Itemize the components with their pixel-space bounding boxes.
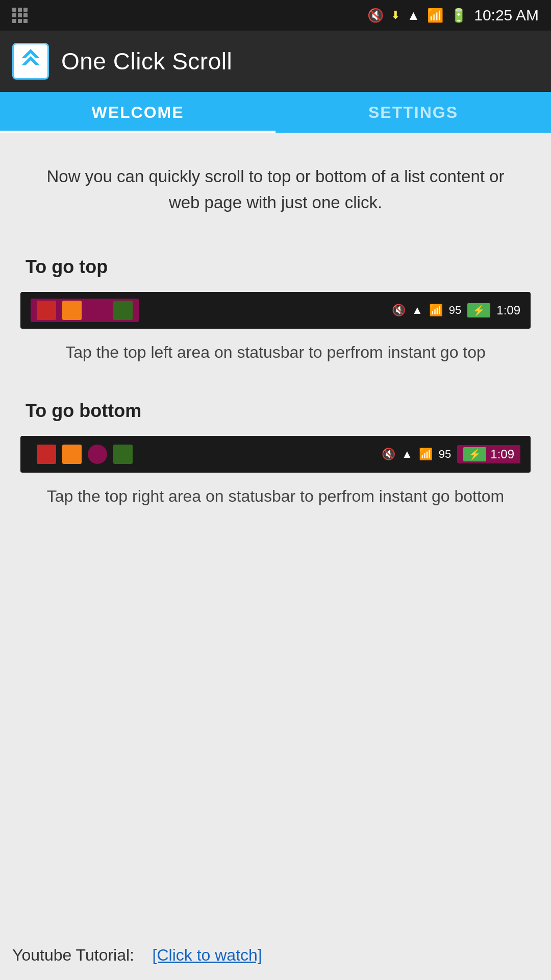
preview-android-icon-b xyxy=(113,445,133,464)
section-go-bottom: To go bottom 🔇 ▲ 📶 95 ⚡ 1:09 xyxy=(20,400,531,508)
preview-battery-num-bottom: 95 xyxy=(439,448,451,461)
battery-icon: 🔋 xyxy=(450,8,467,23)
status-bar-right: 🔇 ⬇ ▲ 📶 🔋 10:25 AM xyxy=(367,7,539,24)
preview-gmail-icon-b xyxy=(37,445,56,464)
preview-signal-icon-b: 📶 xyxy=(419,448,433,461)
footer: Youtube Tutorial: [Click to watch] xyxy=(0,930,551,980)
section-go-top-title: To go top xyxy=(20,256,531,278)
preview-folder-icon xyxy=(62,301,82,320)
intro-text: Now you can quickly scroll to top or bot… xyxy=(20,163,531,215)
footer-text: Youtube Tutorial: xyxy=(12,946,134,964)
statusbar-preview-top: 🔇 ▲ 📶 95 ⚡ 1:09 xyxy=(20,292,531,329)
section-go-top-desc: Tap the top left area on statusbar to pe… xyxy=(20,340,531,364)
preview-gmail-icon xyxy=(37,301,56,320)
preview-time-top: 1:09 xyxy=(496,303,520,317)
section-go-bottom-title: To go bottom xyxy=(20,400,531,422)
app-title: One Click Scroll xyxy=(61,47,232,75)
tab-settings[interactable]: SETTINGS xyxy=(276,92,551,133)
preview-wifi-icon: ▲ xyxy=(412,304,423,317)
preview-folder-icon-b xyxy=(62,445,82,464)
preview-wifi-icon-b: ▲ xyxy=(402,448,413,461)
preview-battery-num-top: 95 xyxy=(449,304,461,317)
preview-left-icons xyxy=(31,299,139,322)
main-content: Now you can quickly scroll to top or bot… xyxy=(0,133,551,930)
preview-right-icons-bottom: 🔇 ▲ 📶 95 ⚡ 1:09 xyxy=(382,445,520,463)
status-bar: 🔇 ⬇ ▲ 📶 🔋 10:25 AM xyxy=(0,0,551,31)
preview-mute-icon-b: 🔇 xyxy=(382,448,395,461)
section-go-top: To go top 🔇 ▲ 📶 95 ⚡ 1:09 Tap xyxy=(20,256,531,364)
tab-bar: WELCOME SETTINGS xyxy=(0,92,551,133)
status-bar-left xyxy=(12,8,28,23)
grid-icon xyxy=(12,8,28,23)
preview-mute-icon: 🔇 xyxy=(392,304,406,317)
preview-android-icon xyxy=(113,301,133,320)
preview-signal-icon: 📶 xyxy=(429,304,443,317)
app-icon xyxy=(12,43,49,80)
app-bar: One Click Scroll xyxy=(0,31,551,92)
preview-battery-top: ⚡ xyxy=(467,303,490,317)
status-time: 10:25 AM xyxy=(474,7,539,24)
download-icon: ⬇ xyxy=(391,9,400,22)
preview-circle-icon xyxy=(88,301,107,320)
preview-left-icons-bottom xyxy=(31,443,139,466)
preview-circle-icon-b xyxy=(88,445,107,464)
wifi-icon: ▲ xyxy=(407,8,420,23)
section-go-bottom-desc: Tap the top right area on statusbar to p… xyxy=(20,484,531,508)
statusbar-preview-bottom: 🔇 ▲ 📶 95 ⚡ 1:09 xyxy=(20,436,531,473)
signal-icon: 📶 xyxy=(427,8,443,23)
youtube-link[interactable]: [Click to watch] xyxy=(153,946,262,964)
preview-time-bottom: 1:09 xyxy=(490,447,514,461)
mute-icon: 🔇 xyxy=(367,8,384,23)
preview-right-icons-top: 🔇 ▲ 📶 95 ⚡ 1:09 xyxy=(392,303,520,317)
preview-battery-bottom: ⚡ xyxy=(463,447,486,461)
tab-welcome[interactable]: WELCOME xyxy=(0,92,276,133)
